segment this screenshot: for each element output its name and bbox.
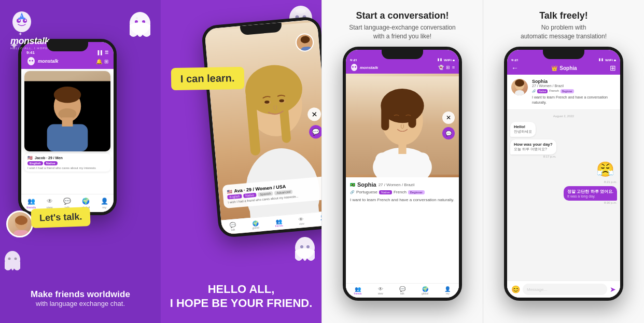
panel1-bottom-text: Make friends worldwide with language exc… bbox=[0, 289, 161, 307]
friends-icon-p3: 👥 bbox=[355, 286, 361, 292]
nav-my[interactable]: 👤 my bbox=[101, 198, 108, 209]
send-icon[interactable]: ➤ bbox=[610, 285, 616, 293]
msg-bubble-2: How was your day? 오늘 하루 어땠어요? bbox=[510, 139, 556, 155]
chat-name-p4: Sophia bbox=[559, 65, 577, 71]
msg2-translation: 오늘 하루 어땠어요? bbox=[514, 147, 553, 152]
nav-global-p3[interactable]: 🌍global bbox=[422, 286, 428, 295]
global-icon: 🌍 bbox=[82, 198, 90, 205]
panel-4: Talk freely! No problem withautomatic me… bbox=[483, 0, 644, 323]
grid-icon[interactable]: ⊞ bbox=[104, 59, 108, 64]
lang2-tag-p3: Beginner bbox=[408, 190, 425, 194]
ghost-decoration-bottom-left bbox=[3, 250, 22, 276]
lang1-tag-p4: Native bbox=[537, 89, 548, 93]
msg1-translation: 안녕하세요 bbox=[514, 129, 532, 134]
user-card-secondary[interactable]: 🇺🇸 Jacob · 29 / Men English Native I wis… bbox=[24, 153, 110, 172]
panel2-main-line1: HELLO ALL, bbox=[161, 283, 321, 296]
action-buttons: ✕ 💬 bbox=[307, 107, 321, 139]
avatar-bubble bbox=[6, 210, 33, 237]
profile-desc-p4: I want to learn French and have a conver… bbox=[532, 95, 616, 105]
tag-native: Native bbox=[44, 161, 58, 165]
app-logo-icon: ★ bbox=[10, 10, 34, 34]
svg-point-30 bbox=[296, 8, 306, 13]
nav-friends-p2[interactable]: 👥friends bbox=[275, 218, 283, 228]
panel4-header: Talk freely! No problem withautomatic me… bbox=[483, 10, 644, 41]
svg-text:★: ★ bbox=[20, 15, 22, 17]
brazil-flag: 🇧🇷 bbox=[350, 182, 355, 187]
chat-header-p4: ← 👑 Sophia ⊞ bbox=[507, 61, 620, 75]
chat-input-bar: 😊 Message... ➤ bbox=[507, 280, 620, 298]
header-logo-text: monstalk bbox=[38, 59, 59, 64]
profile-detail-p4: 27 / Women / Brazil bbox=[532, 84, 616, 88]
back-button[interactable]: ← bbox=[511, 64, 519, 72]
nav-friends[interactable]: 👥 friends bbox=[26, 198, 36, 209]
action-close[interactable]: ✕ bbox=[442, 111, 455, 124]
svg-point-17 bbox=[54, 87, 81, 103]
chat-btn[interactable]: 💬 bbox=[309, 124, 321, 139]
ghost-icon-small bbox=[3, 250, 22, 276]
svg-point-22 bbox=[15, 216, 27, 225]
action-chat[interactable]: 💬 bbox=[442, 127, 455, 139]
lang-icon-p3: 🔗 bbox=[350, 190, 355, 194]
emoji-input-icon[interactable]: 😊 bbox=[511, 285, 520, 293]
nav-my-p3[interactable]: 👤my bbox=[444, 286, 451, 295]
user-card-main[interactable] bbox=[24, 71, 110, 151]
view-label-p3: view bbox=[378, 292, 383, 295]
ghost-decoration-bottom-p2 bbox=[292, 236, 317, 269]
global-label-p2: global bbox=[252, 226, 259, 230]
svg-point-49 bbox=[352, 66, 354, 68]
logo-icon-p3 bbox=[350, 63, 358, 72]
panel3-title: Start a conversation! bbox=[322, 10, 483, 21]
friends-label-p2: friends bbox=[275, 223, 283, 227]
close-btn[interactable]: ✕ bbox=[307, 107, 321, 121]
lang-tag-en: English bbox=[227, 194, 242, 199]
avatar-sophia bbox=[511, 79, 528, 95]
talk-icon-p3: 💬 bbox=[399, 286, 405, 292]
menu-icon-p3[interactable]: ≡ bbox=[452, 65, 455, 70]
nav-talk-p3[interactable]: 💬talk bbox=[399, 286, 405, 295]
nav-view-p2[interactable]: 👁view bbox=[299, 216, 304, 226]
header-actions-p3: 👻 ⊞ ≡ bbox=[438, 65, 455, 70]
avatar-icon bbox=[8, 212, 33, 237]
svg-point-46 bbox=[300, 245, 303, 248]
panel1-main-line: Make friends worldwide bbox=[0, 289, 161, 300]
date-divider: August 2, 2022 bbox=[510, 115, 617, 118]
svg-point-3 bbox=[19, 20, 20, 21]
svg-point-47 bbox=[306, 245, 310, 248]
profile-name-p4: Sophia bbox=[532, 79, 616, 84]
chat-messages: August 2, 2022 Hello! 안녕하세요 How was your… bbox=[507, 110, 620, 280]
svg-rect-54 bbox=[381, 106, 389, 130]
lang-tag-spanish: Spanish bbox=[258, 191, 273, 197]
msg3-time: 8:30 p.m. bbox=[604, 201, 617, 204]
msg-received-1: Hello! 안녕하세요 bbox=[510, 122, 536, 137]
svg-rect-23 bbox=[13, 230, 30, 237]
nav-view-p3[interactable]: 👁view bbox=[378, 286, 383, 295]
ghost-icon-bottom-p2 bbox=[292, 236, 317, 269]
msg2-time: 8:21 p.m. bbox=[604, 180, 617, 184]
grid-menu-icon[interactable]: ⊞ bbox=[610, 64, 616, 72]
panel2-bottom-text: HELLO ALL, I HOPE BE YOUR FRIEND. bbox=[161, 283, 321, 310]
message-input[interactable]: Message... bbox=[523, 284, 607, 295]
notification-icon[interactable]: 🔔 bbox=[96, 59, 102, 64]
logo-row-p3: monstalk bbox=[350, 63, 378, 72]
user-bio: I wish I had a friend who cares about my… bbox=[27, 166, 107, 170]
profile-main-photo: ✕ 💬 bbox=[346, 74, 459, 177]
talk-label-p2: talk bbox=[231, 228, 235, 232]
nav-view[interactable]: 👁 view bbox=[47, 198, 53, 209]
panel1-sub-line: with language exchange chat. bbox=[0, 300, 161, 307]
ghost-icon-p3[interactable]: 👻 bbox=[438, 65, 444, 70]
view-label-p2: view bbox=[299, 222, 304, 226]
svg-point-25 bbox=[8, 258, 11, 260]
app-header: monstalk 🔔 ⊞ bbox=[21, 53, 114, 69]
lang-tag-advanced: Advanced bbox=[274, 190, 292, 195]
nav-global-p2[interactable]: 🌍global bbox=[251, 220, 259, 230]
grid-icon-p3[interactable]: ⊞ bbox=[446, 65, 450, 70]
svg-rect-20 bbox=[62, 117, 73, 126]
panel-2: I can learn. bbox=[161, 0, 321, 323]
nav-talk-p2[interactable]: 💬talk bbox=[229, 222, 236, 231]
svg-rect-19 bbox=[47, 124, 88, 151]
phone-mockup-4: 9:41 ▌▌ WiFi ■ ← 👑 Sophia ⊞ bbox=[504, 47, 623, 301]
nav-friends-p3[interactable]: 👥friends bbox=[354, 286, 362, 295]
chat-profile-card: Sophia 27 / Women / Brazil 🔗 Native Fren… bbox=[507, 75, 620, 110]
svg-point-4 bbox=[25, 20, 26, 21]
global-label-p3: global bbox=[422, 292, 428, 295]
